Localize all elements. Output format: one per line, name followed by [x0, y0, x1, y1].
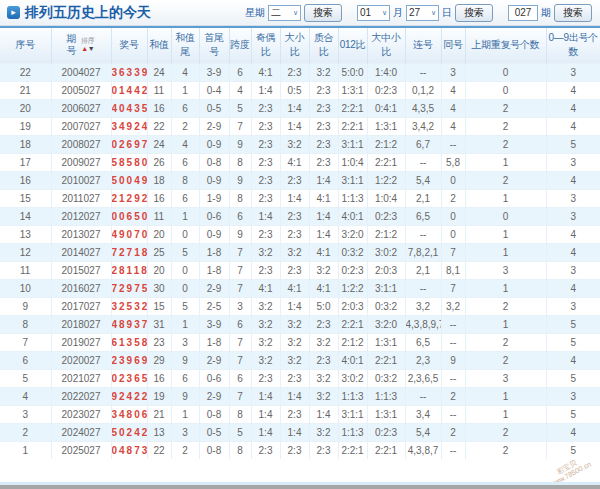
- table-cell: 3: [441, 63, 465, 81]
- table-cell: 3: [0, 405, 51, 423]
- table-cell: 2:3: [309, 99, 338, 117]
- winning-number-cell: 61358: [111, 333, 147, 351]
- table-cell: 1:4: [251, 387, 280, 405]
- table-cell: 4: [229, 81, 251, 99]
- table-cell: 2017027: [51, 297, 111, 315]
- winning-number-cell: 00650: [111, 207, 147, 225]
- table-cell: 0,1,2: [405, 81, 441, 99]
- table-cell: 8,1: [441, 261, 465, 279]
- month-select[interactable]: 01 ∨: [357, 5, 390, 21]
- table-cell: 2:0:3: [367, 261, 405, 279]
- table-row: 32023027348062110-881:42:31:43:1:11:3:13…: [0, 405, 600, 423]
- table-cell: 2:3: [280, 405, 309, 423]
- table-row: 92017027325321552-533:21:45:02:0:30:3:23…: [0, 297, 600, 315]
- table-cell: 7: [229, 243, 251, 261]
- table-cell: 7: [229, 387, 251, 405]
- table-cell: 4: [546, 171, 600, 189]
- table-cell: 16: [0, 171, 51, 189]
- column-header-11: 大中小比: [367, 27, 405, 63]
- table-cell: 4: [546, 81, 600, 99]
- table-cell: 3:2: [280, 243, 309, 261]
- chevron-down-icon: ∨: [293, 9, 298, 17]
- winning-number-cell: 34924: [111, 117, 147, 135]
- table-cell: 16: [147, 189, 171, 207]
- table-cell: 2:3: [309, 153, 338, 171]
- issue-input[interactable]: [508, 5, 538, 21]
- table-cell: 2:3: [309, 441, 338, 459]
- table-row: 52021027023651660-662:32:33:23:0:20:3:22…: [0, 369, 600, 387]
- table-cell: 19: [0, 117, 51, 135]
- sort-desc-icon[interactable]: ▼: [88, 45, 95, 52]
- table-cell: 1:4: [309, 207, 338, 225]
- table-cell: 13: [147, 423, 171, 441]
- table-cell: 2:2:1: [338, 315, 367, 333]
- table-cell: 4:0:1: [338, 351, 367, 369]
- table-cell: 2020027: [51, 351, 111, 369]
- table-cell: 4: [546, 99, 600, 117]
- table-cell: 7: [229, 261, 251, 279]
- table-cell: 2018027: [51, 315, 111, 333]
- sort-asc-icon[interactable]: ▲: [81, 45, 88, 52]
- date-search-button[interactable]: 搜索: [455, 4, 493, 22]
- table-cell: 2: [441, 387, 465, 405]
- table-cell: 16: [147, 369, 171, 387]
- table-row: 12025027048732220-882:32:32:32:2:12:2:14…: [0, 441, 600, 459]
- table-cell: 3: [546, 387, 600, 405]
- table-cell: 1:4: [309, 171, 338, 189]
- table-cell: 0:3:2: [338, 243, 367, 261]
- table-cell: 3: [171, 333, 199, 351]
- table-cell: 2006027: [51, 99, 111, 117]
- table-cell: 0:2:3: [338, 261, 367, 279]
- table-cell: 5: [171, 297, 199, 315]
- winning-number-cell: 72975: [111, 279, 147, 297]
- table-cell: 1: [171, 315, 199, 333]
- table-cell: 15: [0, 189, 51, 207]
- winning-number-cell: 01442: [111, 81, 147, 99]
- table-row: 202006027404351660-552:31:42:32:2:10:4:1…: [0, 99, 600, 117]
- table-cell: 1: [465, 225, 546, 243]
- page-title: 排列五历史上的今天: [25, 4, 151, 22]
- table-cell: 1: [0, 441, 51, 459]
- issue-search-button[interactable]: 搜索: [554, 4, 592, 22]
- table-cell: 0:3:2: [367, 297, 405, 315]
- table-cell: 2:1:2: [367, 225, 405, 243]
- toolbar: 星期 二 ∨ 搜索 01 ∨ 月 27 ∨ 日 搜索: [245, 4, 592, 22]
- table-cell: 1-8: [199, 333, 229, 351]
- table-cell: 1:4: [280, 189, 309, 207]
- table-cell: --: [441, 405, 465, 423]
- table-cell: 2:3: [309, 135, 338, 153]
- table-cell: 3:2: [251, 333, 280, 351]
- table-cell: --: [441, 441, 465, 459]
- table-cell: 6,5: [405, 207, 441, 225]
- table-cell: 0-9: [199, 171, 229, 189]
- week-search-button[interactable]: 搜索: [304, 4, 342, 22]
- winning-number-cell: 34806: [111, 405, 147, 423]
- week-filter-group: 星期 二 ∨ 搜索: [245, 4, 342, 22]
- table-cell: 1:1:3: [367, 387, 405, 405]
- week-select[interactable]: 二 ∨: [268, 5, 301, 21]
- table-cell: 4: [441, 99, 465, 117]
- winning-number-cell: 32532: [111, 297, 147, 315]
- table-cell: 3-9: [199, 63, 229, 81]
- table-cell: 11: [0, 261, 51, 279]
- sort-control[interactable]: 排序▲▼: [80, 37, 95, 53]
- table-cell: 2019027: [51, 333, 111, 351]
- lottery-table: 序号期号排序▲▼奖号和值和值尾首尾号跨度奇偶比大小比质合比012比大中小比连号同…: [0, 26, 600, 459]
- table-cell: 9: [0, 297, 51, 315]
- table-cell: 1:3:1: [367, 117, 405, 135]
- table-cell: 1: [465, 279, 546, 297]
- winning-number-cell: 92422: [111, 387, 147, 405]
- title-bullet-icon: ▸: [7, 6, 20, 19]
- column-header-2: 奖号: [111, 27, 147, 63]
- table-cell: 3:2: [309, 423, 338, 441]
- table-cell: 1-8: [199, 261, 229, 279]
- table-cell: 3:2:0: [367, 315, 405, 333]
- table-cell: 3,2: [441, 297, 465, 315]
- day-select[interactable]: 27 ∨: [406, 5, 439, 21]
- table-cell: 0: [465, 63, 546, 81]
- table-cell: 2: [465, 117, 546, 135]
- table-cell: 2:3: [280, 225, 309, 243]
- table-cell: 1:2:2: [367, 171, 405, 189]
- table-cell: 5:0:0: [338, 63, 367, 81]
- table-cell: 6: [171, 369, 199, 387]
